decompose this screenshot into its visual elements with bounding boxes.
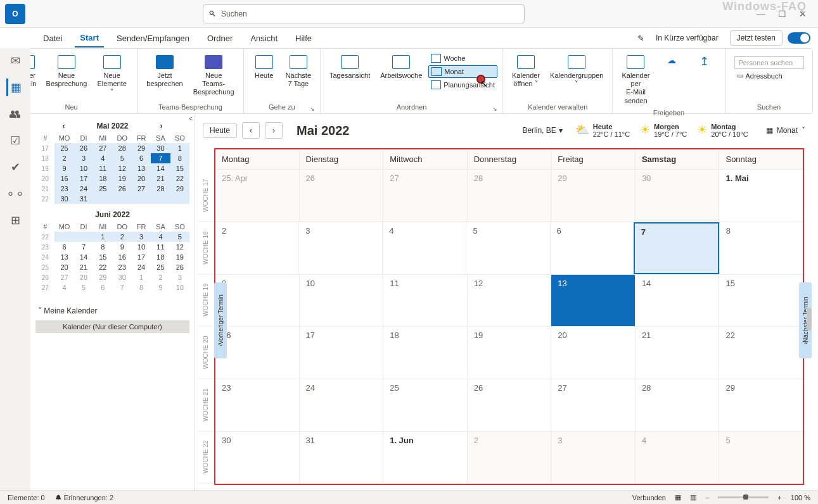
- calendar-cell[interactable]: 30: [215, 432, 299, 484]
- mini-cal-day[interactable]: 3: [132, 232, 151, 242]
- next-period-button[interactable]: ›: [265, 122, 283, 139]
- mini-cal-day[interactable]: 28: [151, 184, 170, 194]
- mini-cal-day[interactable]: 18: [151, 252, 170, 262]
- calendar-cell[interactable]: 13: [551, 275, 635, 327]
- mini-cal-day[interactable]: 3: [74, 153, 93, 163]
- mini-cal-day[interactable]: [132, 194, 151, 204]
- calendar-cell[interactable]: 31: [299, 432, 383, 484]
- calendar-cell[interactable]: 27: [551, 379, 635, 431]
- mini-cal-day[interactable]: 30: [54, 194, 73, 204]
- search-input[interactable]: 🔍︎ Suchen: [203, 4, 525, 23]
- rail-apps-icon[interactable]: ⊞: [6, 211, 24, 229]
- mini-cal-day[interactable]: 25: [54, 143, 73, 153]
- mini-cal-day[interactable]: 6: [54, 242, 73, 252]
- view-normal-icon[interactable]: ▦: [675, 493, 681, 501]
- rail-org-icon[interactable]: ⚬⚬: [6, 185, 24, 203]
- mini-cal-day[interactable]: 19: [113, 173, 132, 184]
- calendar-cell[interactable]: 22: [719, 327, 803, 379]
- scroll-thumb[interactable]: [807, 308, 812, 331]
- people-search-input[interactable]: Personen suchen: [734, 56, 804, 69]
- mini-cal-day[interactable]: 16: [54, 173, 73, 184]
- calendar-cell[interactable]: 27: [383, 170, 467, 222]
- mini-cal-day[interactable]: 10: [74, 163, 93, 173]
- calendar-cell[interactable]: 1. Jun: [383, 432, 467, 484]
- calendar-cell[interactable]: 26: [299, 170, 383, 222]
- mini-cal-day[interactable]: 22: [93, 262, 112, 272]
- share-online-button[interactable]: ↥: [689, 53, 720, 72]
- mini-cal-day[interactable]: 2: [113, 232, 132, 242]
- rail-calendar-icon[interactable]: ▦: [6, 79, 24, 96]
- mini-cal-day[interactable]: 8: [132, 282, 151, 293]
- location-dropdown[interactable]: Berlin, BE ▾: [522, 126, 562, 135]
- mini-cal-day[interactable]: 2: [151, 272, 170, 282]
- mini-cal-day[interactable]: 1: [170, 143, 189, 153]
- calendar-cell[interactable]: 19: [467, 327, 551, 379]
- mini-cal-day[interactable]: 27: [132, 184, 151, 194]
- mini-cal-day[interactable]: 19: [170, 252, 189, 262]
- mini-cal-day[interactable]: 14: [151, 163, 170, 173]
- mini-cal-day[interactable]: 7: [74, 242, 93, 252]
- mini-cal-day[interactable]: 11: [151, 242, 170, 252]
- calendar-cell[interactable]: 24: [299, 379, 383, 431]
- mini-cal-day[interactable]: 8: [93, 242, 112, 252]
- rail-mail-icon[interactable]: ✉: [6, 52, 24, 70]
- calendar-cell[interactable]: 8: [719, 222, 803, 274]
- calendar-cell[interactable]: 25. Apr: [215, 170, 299, 222]
- view-dropdown[interactable]: ▦ Monat ˅: [766, 126, 805, 135]
- mini-cal-day[interactable]: 7: [113, 282, 132, 293]
- calendar-selected-item[interactable]: Kalender (Nur dieser Computer): [35, 320, 189, 333]
- mini-cal-day[interactable]: 12: [113, 163, 132, 173]
- mini-cal-day[interactable]: 10: [132, 242, 151, 252]
- mini-cal-day[interactable]: 18: [93, 173, 112, 184]
- zoom-in-button[interactable]: +: [777, 494, 781, 501]
- tab-ansicht[interactable]: Ansicht: [245, 30, 283, 47]
- mini-cal-day[interactable]: 10: [170, 282, 189, 293]
- mini-cal-day[interactable]: 7: [151, 153, 170, 163]
- calendar-cell[interactable]: 14: [635, 275, 719, 327]
- mini-cal-day[interactable]: 21: [74, 262, 93, 272]
- ribbon-n-chste---tage[interactable]: Nächste7 Tage: [282, 53, 315, 91]
- calendar-cell[interactable]: 11: [383, 275, 467, 327]
- calendar-cell[interactable]: 5: [466, 222, 549, 274]
- mini-cal-day[interactable]: 13: [54, 252, 73, 262]
- ribbon-neue-besprechung[interactable]: NeueBesprechung: [44, 53, 89, 91]
- calendar-cell[interactable]: 25: [383, 379, 467, 431]
- mini-cal-day[interactable]: 1: [93, 232, 112, 242]
- view-woche[interactable]: Woche: [428, 53, 497, 64]
- ribbon-heute[interactable]: Heute: [249, 53, 279, 82]
- mini-cal-day[interactable]: 4: [93, 153, 112, 163]
- mini-cal-day[interactable]: 25: [93, 184, 112, 194]
- try-now-toggle[interactable]: [788, 32, 810, 44]
- ribbon-kalender-per-e-mail-[interactable]: Kalender perE-Mail senden: [618, 53, 653, 108]
- mini-cal-day[interactable]: 9: [54, 163, 73, 173]
- zoom-slider[interactable]: [718, 496, 769, 498]
- mini-prev-button[interactable]: ‹: [62, 122, 65, 130]
- mini-cal-day[interactable]: 22: [170, 173, 189, 184]
- mini-cal-day[interactable]: 12: [170, 242, 189, 252]
- view-reading-icon[interactable]: ▥: [690, 493, 696, 501]
- mini-cal-day[interactable]: 4: [151, 232, 170, 242]
- tab-datei[interactable]: Datei: [38, 30, 67, 47]
- calendar-cell[interactable]: 10: [299, 275, 383, 327]
- calendar-cell[interactable]: 7: [634, 222, 719, 274]
- calendar-cell[interactable]: 5: [719, 432, 803, 484]
- mini-cal-day[interactable]: 13: [132, 163, 151, 173]
- prev-period-button[interactable]: ‹: [242, 122, 260, 139]
- ribbon-neue-teams--besprech[interactable]: Neue Teams-Besprechung: [189, 53, 238, 99]
- mini-cal-day[interactable]: 23: [113, 262, 132, 272]
- mini-cal-day[interactable]: 9: [113, 242, 132, 252]
- mini-cal-day[interactable]: 1: [132, 272, 151, 282]
- mini-cal-day[interactable]: 30: [151, 143, 170, 153]
- mini-cal-day[interactable]: 27: [54, 272, 73, 282]
- mini-next-button[interactable]: ›: [160, 122, 163, 130]
- ribbon-neue-elemente--[interactable]: NeueElemente ˅: [92, 53, 132, 99]
- mini-cal-day[interactable]: 20: [132, 173, 151, 184]
- ribbon-tagesansicht[interactable]: Tagesansicht: [326, 53, 374, 82]
- calendar-cell[interactable]: 20: [551, 327, 635, 379]
- mini-cal-day[interactable]: 15: [170, 163, 189, 173]
- mini-cal-day[interactable]: 14: [74, 252, 93, 262]
- calendar-cell[interactable]: 9: [215, 275, 299, 327]
- mini-cal-day[interactable]: [151, 194, 170, 204]
- calendar-cell[interactable]: 3: [298, 222, 382, 274]
- mini-cal-day[interactable]: [74, 232, 93, 242]
